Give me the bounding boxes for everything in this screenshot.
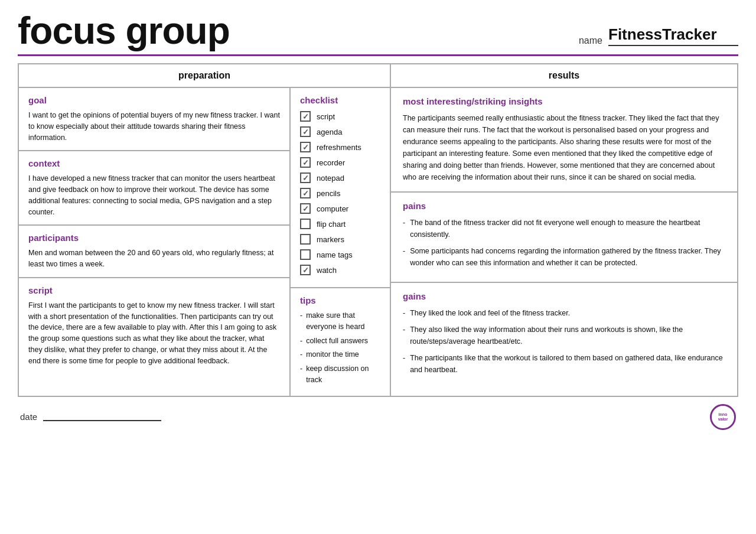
tip-item: make sure that everyone is heard: [300, 310, 380, 333]
logo: inno valor: [710, 404, 736, 430]
checkbox-checked[interactable]: [300, 126, 311, 137]
name-label: name: [579, 35, 602, 46]
checklist-item: agenda: [300, 126, 380, 137]
checklist-item: name tags: [300, 249, 380, 260]
tip-item: collect full answers: [300, 336, 380, 347]
insights-heading: most interesting/striking insights: [403, 96, 725, 106]
gain-item: They also liked the way information abou…: [403, 324, 725, 347]
name-value: FitnessTracker: [608, 25, 738, 46]
script-heading: script: [28, 285, 280, 295]
checkbox-checked[interactable]: [300, 188, 311, 198]
checklist-item-label: computer: [317, 204, 348, 213]
name-area: name FitnessTracker: [579, 25, 738, 50]
checklist-item: refreshments: [300, 142, 380, 152]
tips-list: make sure that everyone is heardcollect …: [300, 310, 380, 386]
date-label: date: [20, 412, 37, 422]
tips-heading: tips: [300, 295, 380, 305]
page-footer: date inno valor: [18, 404, 738, 430]
checklist-item-label: recorder: [317, 158, 345, 167]
checklist-item: markers: [300, 234, 380, 245]
main-layout: preparation goal I want to get the opini…: [18, 63, 738, 397]
checkbox-checked[interactable]: [300, 157, 311, 168]
insights-text: The participants seemed really enthusias…: [403, 112, 725, 183]
tips-section: tips make sure that everyone is heardcol…: [291, 288, 390, 396]
participants-block: participants Men and woman between the 2…: [19, 226, 289, 278]
page-title: focus group: [18, 12, 230, 50]
tip-item: monitor the time: [300, 349, 380, 360]
logo-text-top: inno: [719, 412, 728, 417]
date-line: [43, 413, 161, 421]
participants-text: Men and woman between the 20 and 60 year…: [28, 248, 280, 270]
gain-item: They liked the look and feel of the fitn…: [403, 307, 725, 319]
checklist-items: scriptagendarefreshmentsrecordernotepadp…: [300, 111, 380, 275]
preparation-body: goal I want to get the opinions of poten…: [19, 88, 390, 396]
context-text: I have developed a new fitness tracker t…: [28, 173, 280, 217]
checkbox-checked[interactable]: [300, 265, 311, 275]
checklist-item: recorder: [300, 157, 380, 168]
checklist-item: pencils: [300, 188, 380, 198]
date-area: date: [20, 412, 161, 422]
goal-block: goal I want to get the opinions of poten…: [19, 88, 289, 151]
checkbox-checked[interactable]: [300, 203, 311, 214]
checklist-item-label: script: [317, 112, 335, 121]
checklist-item: watch: [300, 265, 380, 275]
script-block: script First I want the participants to …: [19, 278, 289, 396]
pains-list: The band of the fitness tracker did not …: [403, 217, 725, 269]
info-blocks: goal I want to get the opinions of poten…: [19, 88, 291, 396]
checklist-item: flip chart: [300, 219, 380, 229]
goal-heading: goal: [28, 95, 280, 105]
checkbox-checked[interactable]: [300, 142, 311, 152]
pain-item: The band of the fitness tracker did not …: [403, 217, 725, 240]
checklist-item-label: name tags: [317, 250, 353, 259]
gains-list: They liked the look and feel of the fitn…: [403, 307, 725, 376]
checklist-section: checklist scriptagendarefreshmentsrecord…: [291, 88, 390, 288]
checklist-item-label: markers: [317, 235, 344, 244]
logo-circle: inno valor: [710, 404, 736, 430]
checklist-tips-column: checklist scriptagendarefreshmentsrecord…: [291, 88, 390, 396]
checklist-item-label: pencils: [317, 189, 340, 198]
results-section: results most interesting/striking insigh…: [391, 64, 737, 396]
checklist-item-label: watch: [317, 266, 337, 275]
checklist-item: computer: [300, 203, 380, 214]
pains-heading: pains: [403, 201, 725, 211]
checklist-item-label: flip chart: [317, 220, 346, 229]
gains-heading: gains: [403, 291, 725, 301]
checklist-heading: checklist: [300, 95, 380, 105]
checkbox-checked[interactable]: [300, 172, 311, 183]
checkbox-unchecked[interactable]: [300, 234, 311, 245]
context-block: context I have developed a new fitness t…: [19, 151, 289, 226]
pains-block: pains The band of the fitness tracker di…: [391, 193, 737, 283]
checkbox-checked[interactable]: [300, 111, 311, 122]
preparation-section: preparation goal I want to get the opini…: [19, 64, 391, 396]
tip-item: keep discussion on track: [300, 363, 380, 386]
checklist-item-label: refreshments: [317, 143, 361, 152]
checklist-item-label: agenda: [317, 128, 342, 136]
script-text: First I want the participants to get to …: [28, 300, 280, 367]
context-heading: context: [28, 158, 280, 168]
insights-block: most interesting/striking insights The p…: [391, 88, 737, 193]
checkbox-unchecked[interactable]: [300, 249, 311, 260]
results-body: most interesting/striking insights The p…: [391, 88, 737, 396]
checklist-item: script: [300, 111, 380, 122]
preparation-header: preparation: [19, 64, 390, 88]
page-header: focus group name FitnessTracker: [18, 12, 738, 50]
participants-heading: participants: [28, 233, 280, 243]
checklist-item-label: notepad: [317, 174, 344, 183]
pain-item: Some participants had concerns regarding…: [403, 245, 725, 269]
top-divider: [18, 54, 738, 56]
checklist-item: notepad: [300, 172, 380, 183]
gains-block: gains They liked the look and feel of th…: [391, 283, 737, 396]
gain-item: The participants like that the workout i…: [403, 352, 725, 376]
results-header: results: [391, 64, 737, 88]
checkbox-unchecked[interactable]: [300, 219, 311, 229]
goal-text: I want to get the opinions of potential …: [28, 110, 280, 143]
logo-text-bottom: valor: [718, 417, 728, 422]
